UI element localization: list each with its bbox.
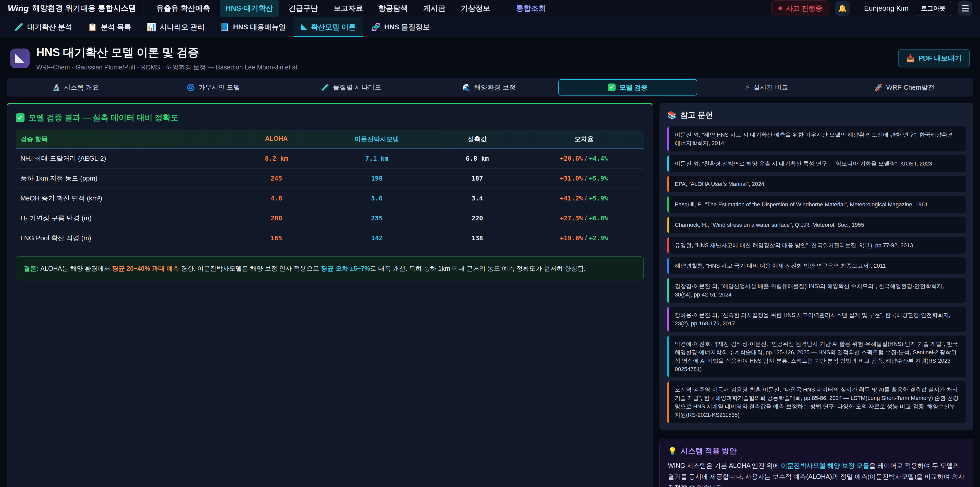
app-brand-title: 해양환경 위기대응 통합시스템 (32, 3, 136, 14)
column-header-이문진박사모델: 이문진박사모델 (323, 130, 430, 148)
tab-label: 시스템 개요 (64, 83, 99, 92)
bell-icon: 🔔 (838, 4, 847, 13)
top-navbar: Wing 해양환경 위기대응 통합시스템 유출유 확산예측HNS·대기확산긴급구… (0, 0, 980, 17)
books-icon: 📚 (667, 110, 676, 120)
check-icon: ✔ (16, 113, 24, 122)
subnav-item-분석 목록[interactable]: 📋분석 목록 (80, 17, 139, 37)
rocket-icon: 🚀 (874, 83, 883, 91)
cell-error-rate: +27.3%/+6.8% (525, 209, 644, 228)
table-row: MeOH 증기 확산 면적 (km²)4.83.63.4+41.2%/+5.9% (16, 188, 644, 208)
tab-WRF-Chem발전[interactable]: 🚀WRF-Chem발전 (835, 78, 974, 97)
cell-actual: 6.8 km (430, 149, 525, 168)
navbar-divider (143, 4, 143, 13)
cell-error-rate: +19.6%/+2.9% (525, 229, 644, 247)
nav-item-기상정보[interactable]: 기상정보 (455, 0, 496, 17)
tab-모델 검증[interactable]: ✔모델 검증 (558, 79, 697, 96)
page-icon-box (10, 48, 30, 68)
nav-item-긴급구난[interactable]: 긴급구난 (283, 0, 324, 17)
system-application-title-text: 시스템 적용 방안 (681, 446, 737, 456)
lightning-icon: ⚡ (745, 83, 749, 91)
table-row: LNG Pool 확산 직경 (m)165142138+19.6%/+2.9% (16, 228, 644, 248)
hamburger-icon (962, 5, 969, 11)
cell-model: 142 (323, 229, 430, 247)
cell-model: 7.1 km (323, 149, 430, 168)
subnav-item-대기확산 분석[interactable]: 🧪대기확산 분석 (6, 17, 80, 37)
page-header: HNS 대기확산 모델 이론 및 검증 WRF-Chem · Gaussian … (0, 37, 980, 77)
cell-actual: 187 (430, 169, 525, 188)
nav-item-보고자료[interactable]: 보고자료 (328, 0, 369, 17)
check-icon: ✔ (608, 83, 616, 91)
cell-item: MeOH 증기 확산 면적 (km²) (16, 188, 229, 208)
navbar-divider (857, 4, 857, 13)
reference-item: 유영현, "HNS 재난사고에 대한 해양경찰의 대응 방안", 한국위기관리논… (667, 237, 966, 254)
tab-시스템 개요[interactable]: 🔬시스템 개요 (6, 78, 145, 97)
tab-해양환경 보정[interactable]: 🌊해양환경 보정 (420, 78, 558, 97)
main-nav: 유출유 확산예측HNS·대기확산긴급구난보고자료항공탐색게시판기상정보통합조회 (151, 0, 551, 17)
user-name: Eunjeong Kim (864, 4, 908, 13)
cell-item: LNG Pool 확산 직경 (m) (16, 228, 229, 248)
table-row: NH₃ 최대 도달거리 (AEGL-2)8.2 km7.1 km6.8 km+2… (16, 148, 644, 169)
incident-status-badge[interactable]: 사고 진행중 (772, 0, 829, 16)
lightbulb-icon: 💡 (668, 447, 677, 455)
nav-item-항공탐색[interactable]: 항공탐색 (372, 0, 414, 17)
tab-가우시안 모델[interactable]: 🌀가우시안 모델 (145, 78, 282, 97)
subnav-item-label: 분석 목록 (101, 22, 131, 32)
note-highlight-error-range: 평균 오차 ±5~7% (321, 265, 370, 272)
references-list: 이문진 외, "해양 HNS 사고 시 대기확산 예측을 위한 가우시안 모델의… (667, 126, 966, 423)
navbar-divider (503, 4, 503, 13)
validation-panel-title: ✔ 모델 검증 결과 — 실측 데이터 대비 정확도 (16, 112, 644, 123)
tab-실시간 비교[interactable]: ⚡실시간 비교 (698, 78, 835, 97)
test-tube-icon: 🧪 (14, 22, 24, 31)
test-tube-icon: 🧪 (321, 83, 329, 91)
triangle-ruler-icon (301, 24, 307, 30)
navbar-right-cluster: 사고 진행중 🔔 Eunjeong Kim 로그아웃 (772, 0, 972, 16)
cell-aloha: 280 (229, 209, 323, 228)
wave-icon: 🌊 (462, 83, 470, 91)
clipboard-icon: 📋 (88, 22, 97, 31)
subnav-item-시나리오 관리[interactable]: 📊시나리오 관리 (139, 17, 212, 37)
tab-label: 해양환경 보정 (474, 83, 516, 92)
subnav-item-label: 확산모델 이론 (311, 22, 356, 32)
section-subnav: 🧪대기확산 분석📋분석 목록📊시나리오 관리📘HNS 대응매뉴얼확산모델 이론🧬… (0, 17, 980, 37)
model-section-tabs: 🔬시스템 개요🌀가우시안 모델🧪물질별 시나리오🌊해양환경 보정✔모델 검증⚡실… (6, 78, 974, 97)
nav-item-게시판[interactable]: 게시판 (417, 0, 451, 17)
cell-aloha: 4.8 (229, 189, 323, 208)
nav-item-HNS·대기확산[interactable]: HNS·대기확산 (220, 0, 279, 17)
column-header-오차율: 오차율 (525, 130, 644, 148)
notifications-button[interactable]: 🔔 (835, 1, 850, 16)
column-header-ALOHA: ALOHA (229, 130, 323, 148)
cell-model: 3.6 (323, 189, 430, 208)
microscope-icon: 🔬 (52, 83, 60, 91)
logout-button[interactable]: 로그아웃 (915, 1, 952, 16)
cell-model: 235 (323, 209, 430, 228)
pdf-export-label: PDF 내보내기 (918, 54, 962, 63)
cell-actual: 220 (430, 209, 525, 228)
system-application-body: WING 시스템은 기본 ALOHA 엔진 위에 이문진박사모델 해양 보정 모… (668, 460, 965, 487)
page-title-block: HNS 대기확산 모델 이론 및 검증 WRF-Chem · Gaussian … (36, 45, 299, 72)
references-panel: 📚 참고 문헌 이문진 외, "해양 HNS 사고 시 대기확산 예측을 위한 … (659, 103, 974, 430)
cell-actual: 138 (430, 229, 525, 247)
column-header-검증 항목: 검증 항목 (16, 130, 229, 148)
cell-model: 198 (323, 169, 430, 188)
pdf-export-button[interactable]: 📥 PDF 내보내기 (898, 49, 970, 67)
subnav-item-확산모델 이론[interactable]: 확산모델 이론 (293, 17, 363, 37)
subnav-item-HNS 대응매뉴얼[interactable]: 📘HNS 대응매뉴얼 (212, 17, 293, 37)
validation-panel: ✔ 모델 검증 결과 — 실측 데이터 대비 정확도 검증 항목ALOHA이문진… (6, 103, 653, 487)
subnav-item-HNS 물질정보[interactable]: 🧬HNS 물질정보 (363, 17, 438, 37)
cell-aloha: 245 (229, 169, 323, 188)
triangle-ruler-icon (15, 53, 25, 63)
nav-item-통합조회[interactable]: 통합조회 (511, 0, 551, 17)
reference-item: 이문진 외, "친환경 선박연료 해양 유출 시 대기확산 특성 연구 — 암모… (667, 155, 966, 172)
tab-물질별 시나리오[interactable]: 🧪물질별 시나리오 (282, 78, 420, 97)
status-dot-icon (778, 6, 782, 10)
references-title-text: 참고 문헌 (680, 110, 713, 120)
nav-item-유출유 확산예측[interactable]: 유출유 확산예측 (151, 0, 216, 17)
subnav-item-label: 대기확산 분석 (27, 22, 72, 32)
incident-status-label: 사고 진행중 (786, 4, 822, 13)
reference-item: 해양경찰청, "HNS 사고 국가 대비 대응 체제 선진화 방안 연구용역 최… (667, 257, 966, 274)
cell-item: NH₃ 최대 도달거리 (AEGL-2) (16, 148, 229, 168)
page-subtitle: WRF-Chem · Gaussian Plume/Puff · ROMS · … (36, 63, 299, 72)
menu-button[interactable] (958, 1, 972, 16)
download-icon: 📥 (906, 54, 915, 62)
validation-table-body: NH₃ 최대 도달거리 (AEGL-2)8.2 km7.1 km6.8 km+2… (16, 148, 644, 248)
